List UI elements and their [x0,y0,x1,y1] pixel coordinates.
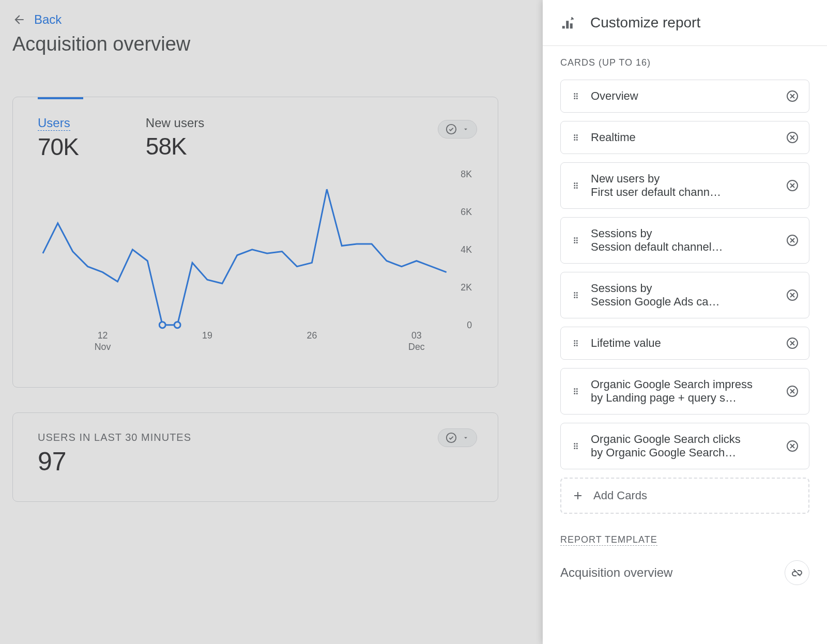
metric-label: New users [146,116,204,130]
overview-card: Users 70K New users 58K 8K6K4K2K012Nov19… [12,97,498,388]
plus-icon [572,489,584,502]
card-item-title: Sessions by [591,282,776,295]
remove-card-button[interactable] [786,337,799,349]
card-item[interactable]: Organic Google Search clicks by Organic … [560,423,809,469]
caret-down-icon [462,434,469,441]
card-item[interactable]: New users by First user default chann… [560,162,809,209]
add-cards-button[interactable]: Add Cards [560,478,809,514]
card-item-subtitle: Session Google Ads ca… [591,295,776,309]
remove-card-button[interactable] [786,90,799,102]
svg-point-14 [447,433,456,442]
card-item-subtitle: by Landing page + query s… [591,391,776,405]
svg-point-20 [576,98,578,99]
check-circle-icon [446,432,457,443]
back-label: Back [34,12,62,27]
remove-card-button[interactable] [786,289,799,301]
card-options-menu[interactable] [438,120,477,139]
card-item[interactable]: Overview [560,80,809,113]
unlink-icon [791,566,803,579]
svg-point-22 [574,134,575,136]
svg-point-39 [576,240,578,241]
svg-point-44 [576,292,578,294]
card-item-subtitle: by Organic Google Search… [591,446,776,459]
drag-handle-icon[interactable] [571,290,580,300]
drag-handle-icon[interactable] [571,387,580,396]
card-item[interactable]: Lifetime value [560,327,809,360]
panel-header: Customize report [543,0,827,46]
svg-point-37 [576,237,578,239]
drag-handle-icon[interactable] [571,181,580,190]
svg-text:2K: 2K [461,282,472,293]
card-item[interactable]: Sessions by Session default channel… [560,217,809,264]
svg-point-23 [576,134,578,136]
svg-text:19: 19 [202,330,212,341]
card-item-subtitle: First user default chann… [591,186,776,199]
svg-point-31 [574,185,575,187]
svg-point-47 [574,297,575,298]
remove-card-button[interactable] [786,131,799,144]
svg-point-43 [574,292,575,294]
card-item-title: Sessions by [591,227,776,240]
svg-point-52 [574,343,575,344]
svg-point-15 [574,93,575,95]
remove-card-button[interactable] [786,179,799,192]
remove-card-button[interactable] [786,385,799,397]
remove-card-button[interactable] [786,440,799,452]
svg-point-50 [574,340,575,342]
card-item[interactable]: Organic Google Search impress by Landing… [560,368,809,415]
svg-point-59 [574,391,575,392]
metric-users[interactable]: Users 70K [38,116,79,161]
svg-point-57 [574,388,575,390]
close-circle-icon [786,289,799,301]
drag-handle-icon[interactable] [571,91,580,101]
card-item-title: Overview [591,89,776,103]
svg-point-67 [576,446,578,447]
template-name: Acquisition overview [560,565,672,580]
card-options-menu[interactable] [438,428,477,447]
svg-point-60 [576,391,578,392]
card-item-title: Lifetime value [591,336,776,350]
close-circle-icon [786,90,799,102]
remove-card-button[interactable] [786,234,799,247]
svg-point-24 [574,137,575,139]
customize-panel: Customize report CARDS (UP TO 16) Overvi… [543,0,827,644]
svg-point-0 [447,125,456,134]
close-circle-icon [786,131,799,144]
arrow-left-icon [12,13,26,26]
active-tab-indicator [38,97,83,99]
customize-icon [560,15,576,30]
svg-text:Dec: Dec [408,342,425,352]
drag-handle-icon[interactable] [571,441,580,451]
svg-point-25 [576,137,578,139]
svg-point-58 [576,388,578,390]
card-item-title: Organic Google Search impress [591,378,776,391]
svg-point-55 [576,345,578,346]
drag-handle-icon[interactable] [571,236,580,245]
card-item[interactable]: Realtime [560,121,809,154]
svg-point-69 [576,448,578,449]
card-item-title: New users by [591,172,776,186]
svg-text:Nov: Nov [95,342,111,352]
svg-point-54 [574,345,575,346]
line-chart: 8K6K4K2K012Nov192603Dec [13,165,498,387]
svg-point-26 [574,139,575,141]
svg-text:12: 12 [98,330,108,341]
drag-handle-icon[interactable] [571,133,580,142]
svg-text:26: 26 [307,330,317,341]
drag-handle-icon[interactable] [571,339,580,348]
svg-text:6K: 6K [461,207,472,217]
unlink-template-button[interactable] [785,560,809,585]
svg-point-66 [574,446,575,447]
close-circle-icon [786,385,799,397]
svg-point-6 [159,322,165,328]
realtime-title: USERS IN LAST 30 MINUTES [38,432,473,443]
svg-point-53 [576,343,578,344]
metrics-row: Users 70K New users 58K [13,99,498,165]
svg-point-61 [574,393,575,394]
card-item[interactable]: Sessions by Session Google Ads ca… [560,272,809,318]
close-circle-icon [786,337,799,349]
close-circle-icon [786,440,799,452]
svg-text:8K: 8K [461,169,472,179]
metric-label: Users [38,116,70,131]
metric-new-users[interactable]: New users 58K [146,116,204,160]
